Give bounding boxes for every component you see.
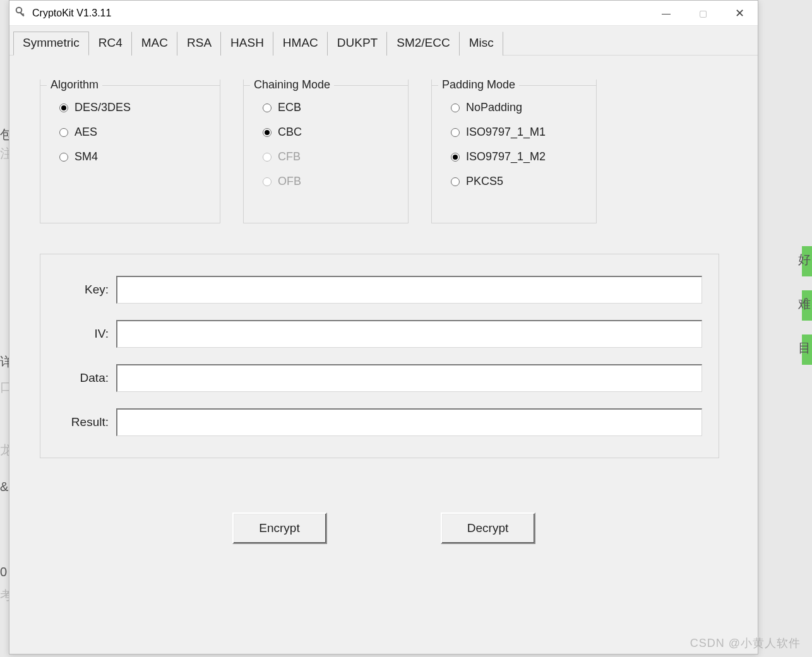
radio-icon [59, 104, 68, 112]
group-padding-title: Padding Mode [438, 78, 519, 92]
radio-icon [59, 153, 68, 162]
tab-body-symmetric: Algorithm DES/3DES AES SM4 [9, 56, 758, 562]
radio-icon [451, 104, 460, 112]
bg-text: 目 [798, 340, 811, 357]
label-key: Key: [57, 283, 109, 297]
radio-algo-aes[interactable]: AES [59, 126, 208, 139]
radio-label: ISO9797_1_M1 [466, 126, 546, 139]
radio-icon [263, 128, 272, 137]
radio-icon [263, 104, 272, 112]
app-title: CryptoKit V1.3.11 [32, 8, 111, 19]
radio-chain-ecb[interactable]: ECB [263, 101, 397, 114]
input-key[interactable] [116, 276, 702, 304]
minimize-button[interactable]: — [648, 1, 684, 25]
bg-text: 0 [0, 565, 7, 579]
tabstrip: Symmetric RC4 MAC RSA HASH HMAC DUKPT SM… [9, 26, 758, 56]
client-area: Symmetric RC4 MAC RSA HASH HMAC DUKPT SM… [9, 26, 758, 654]
tab-misc[interactable]: Misc [460, 32, 503, 56]
radio-icon [263, 153, 272, 162]
label-iv: IV: [57, 327, 109, 341]
radio-label: NoPadding [466, 101, 522, 114]
radio-icon [263, 177, 272, 186]
tab-hash[interactable]: HASH [221, 32, 273, 56]
input-data[interactable] [116, 364, 702, 392]
maximize-button[interactable]: ▢ [684, 1, 721, 25]
group-chaining-title: Chaining Mode [250, 78, 334, 92]
radio-algo-des3des[interactable]: DES/3DES [59, 101, 208, 114]
input-iv[interactable] [116, 320, 702, 348]
group-algorithm-title: Algorithm [47, 78, 102, 92]
radio-pad-pkcs5[interactable]: PKCS5 [451, 175, 585, 188]
radio-chain-cfb: CFB [263, 150, 397, 163]
radio-pad-iso9797-1-m2[interactable]: ISO9797_1_M2 [451, 150, 585, 163]
titlebar: CryptoKit V1.3.11 — ▢ ✕ [9, 1, 758, 26]
radio-pad-iso9797-1-m1[interactable]: ISO9797_1_M1 [451, 126, 585, 139]
label-data: Data: [57, 371, 109, 385]
tab-sm2ecc[interactable]: SM2/ECC [387, 32, 459, 56]
radio-icon [451, 153, 460, 162]
radio-icon [451, 177, 460, 186]
radio-algo-sm4[interactable]: SM4 [59, 150, 208, 163]
close-button[interactable]: ✕ [721, 1, 758, 25]
radio-icon [451, 128, 460, 137]
io-box: Key: IV: Data: Result: [40, 254, 719, 458]
label-result: Result: [57, 415, 109, 429]
radio-label: ECB [278, 101, 301, 114]
radio-icon [59, 128, 68, 137]
radio-label: SM4 [75, 150, 98, 163]
tab-rsa[interactable]: RSA [177, 32, 221, 56]
app-window: CryptoKit V1.3.11 — ▢ ✕ Symmetric RC4 MA… [9, 0, 758, 654]
decrypt-button[interactable]: Decrypt [441, 512, 535, 544]
radio-label: CBC [278, 126, 302, 139]
tab-mac[interactable]: MAC [132, 32, 177, 56]
minimize-icon: — [662, 8, 671, 18]
tab-rc4[interactable]: RC4 [89, 32, 132, 56]
group-chaining: Chaining Mode ECB CBC CFB [243, 80, 409, 223]
radio-chain-cbc[interactable]: CBC [263, 126, 397, 139]
app-icon [15, 6, 27, 21]
input-result[interactable] [116, 408, 702, 436]
group-algorithm: Algorithm DES/3DES AES SM4 [40, 80, 220, 223]
bg-text: 难 [798, 295, 811, 312]
radio-label: PKCS5 [466, 175, 503, 188]
radio-pad-nopadding[interactable]: NoPadding [451, 101, 585, 114]
tab-dukpt[interactable]: DUKPT [328, 32, 387, 56]
radio-label: CFB [278, 150, 301, 163]
radio-label: ISO9797_1_M2 [466, 150, 546, 163]
radio-label: DES/3DES [75, 101, 131, 114]
radio-chain-ofb: OFB [263, 175, 397, 188]
tab-hmac[interactable]: HMAC [273, 32, 328, 56]
bg-text: 好 [798, 251, 811, 268]
encrypt-button[interactable]: Encrypt [232, 512, 327, 544]
bg-text: & [0, 480, 8, 494]
group-padding: Padding Mode NoPadding ISO9797_1_M1 I [431, 80, 597, 223]
radio-label: OFB [278, 175, 301, 188]
close-icon: ✕ [735, 6, 744, 20]
tab-symmetric[interactable]: Symmetric [13, 32, 89, 56]
maximize-icon: ▢ [699, 8, 707, 18]
radio-label: AES [75, 126, 97, 139]
